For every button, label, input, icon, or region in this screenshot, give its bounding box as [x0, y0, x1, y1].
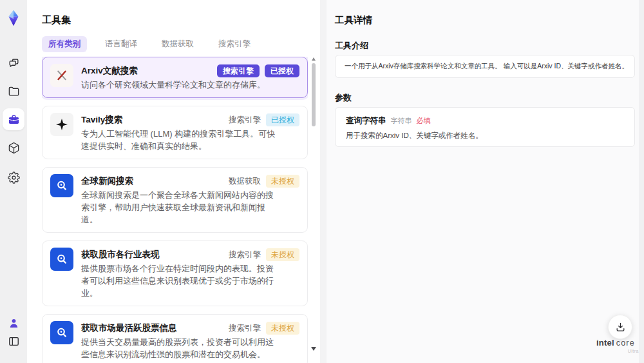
sidebar-item-packages[interactable] — [3, 137, 24, 159]
download-button[interactable] — [608, 315, 632, 339]
briefcase-icon — [8, 113, 20, 126]
parameter-required-label: 必填 — [417, 116, 431, 126]
auth-status-badge: 已授权 — [266, 113, 299, 126]
app-logo-icon — [5, 9, 23, 28]
list-scrollbar-thumb[interactable] — [312, 63, 316, 126]
tool-category-tag: 搜索引擎 — [217, 64, 260, 77]
tab-category-0[interactable]: 所有类别 — [42, 36, 87, 52]
window-scrollbar — [639, 0, 644, 363]
tool-category-tag: 搜索引擎 — [229, 323, 261, 334]
sidebar-item-files[interactable] — [3, 80, 24, 102]
tool-detail-panel: 工具详情 工具介绍 一个用于从Arxiv存储库搜索科学论文和文章的工具。 输入可… — [327, 0, 644, 363]
parameter-type: 字符串 — [391, 116, 412, 126]
scroll-down-arrow[interactable] — [311, 347, 316, 351]
download-icon — [615, 322, 626, 333]
parameter-box: 查询字符串 字符串 必填 用于搜索的Arxiv ID、关键字或作者姓名。 — [335, 107, 635, 147]
tool-icon — [50, 321, 73, 344]
tab-category-2[interactable]: 数据获取 — [155, 36, 200, 52]
intro-box: 一个用于从Arxiv存储库搜索科学论文和文章的工具。 输入可以是Arxiv ID… — [335, 55, 635, 78]
tool-card[interactable]: Tavily搜索 专为人工智能代理 (LLM) 构建的搜索引擎工具。可快速提供实… — [42, 106, 308, 159]
folder-icon — [8, 85, 20, 97]
intro-heading: 工具介绍 — [335, 40, 368, 52]
tool-tags: 搜索引擎 已授权 — [217, 64, 299, 77]
auth-status-badge: 未授权 — [266, 322, 299, 335]
tab-category-3[interactable]: 搜索引擎 — [212, 36, 257, 52]
tavily-star-icon — [54, 117, 70, 132]
sidebar-item-settings[interactable] — [3, 166, 24, 188]
tool-category-tag: 数据获取 — [229, 176, 261, 187]
category-tabs: 所有类别语言翻译数据获取搜索引擎 — [42, 36, 257, 52]
tool-icon — [50, 248, 73, 271]
tools-panel-title: 工具集 — [42, 14, 71, 26]
tool-category-tag: 搜索引擎 — [229, 115, 261, 126]
tool-tags: 搜索引擎 未授权 — [229, 322, 299, 335]
tools-panel: 工具集 所有类别语言翻译数据获取搜索引擎 Arxiv文献搜索 访问各个研究领域大… — [27, 0, 320, 363]
tool-tags: 搜索引擎 已授权 — [229, 113, 299, 126]
user-icon — [8, 317, 20, 329]
tool-tags: 搜索引擎 未授权 — [229, 248, 299, 261]
tool-card[interactable]: 获取市场最活跃股票信息 提供当天交易量最高的股票列表，投资者可以利用这些信息来识… — [42, 314, 308, 363]
detail-panel-title: 工具详情 — [335, 14, 372, 26]
search-q-icon — [54, 325, 70, 340]
search-q-icon — [54, 251, 70, 267]
tool-tags: 数据获取 未授权 — [229, 175, 299, 188]
tool-icon — [50, 174, 73, 197]
sidebar — [0, 0, 27, 363]
tool-description: 访问各个研究领域大量科学论文和文章的存储库。 — [81, 79, 265, 91]
panel-toggle-button[interactable] — [3, 330, 24, 352]
intro-text: 一个用于从Arxiv存储库搜索科学论文和文章的工具。 输入可以是Arxiv ID… — [345, 62, 625, 71]
auth-status-badge: 未授权 — [266, 248, 299, 261]
cube-icon — [8, 142, 20, 154]
intel-core-logo: intelcore Ultra — [596, 337, 639, 353]
chat-icon — [8, 57, 20, 69]
tool-description: 提供当天交易量最高的股票列表，投资者可以利用这些信息来识别流动性强的股票和潜在的… — [81, 336, 276, 360]
params-heading: 参数 — [335, 92, 352, 104]
tool-description: 全球新闻搜索是一个聚合全球各大新闻网站内容的搜索引擎，帮助用户快速获取全球最新资… — [81, 189, 276, 226]
tool-icon — [50, 113, 73, 136]
parameter-description: 用于搜索的Arxiv ID、关键字或作者姓名。 — [346, 131, 624, 141]
tool-list: Arxiv文献搜索 访问各个研究领域大量科学论文和文章的存储库。 搜索引擎 已授… — [42, 57, 308, 363]
sidebar-item-chat[interactable] — [3, 52, 24, 74]
tool-card[interactable]: Arxiv文献搜索 访问各个研究领域大量科学论文和文章的存储库。 搜索引擎 已授… — [42, 57, 308, 98]
scroll-up-arrow[interactable] — [312, 57, 316, 61]
search-q-icon — [54, 178, 70, 193]
arxiv-logo-icon — [54, 68, 70, 83]
tab-category-1[interactable]: 语言翻译 — [99, 36, 144, 52]
intel-brand-text: intel — [596, 338, 614, 348]
tool-description: 提供股票市场各个行业在特定时间段内的表现。投资者可以利用这些信息来识别表现优于或… — [81, 262, 276, 299]
gear-icon — [8, 172, 20, 184]
brand-variant-text: Ultra — [596, 349, 639, 353]
parameter-name: 查询字符串 — [346, 115, 386, 126]
tool-card[interactable]: 获取股市各行业表现 提供股票市场各个行业在特定时间段内的表现。投资者可以利用这些… — [42, 240, 308, 306]
tool-category-tag: 搜索引擎 — [229, 250, 261, 260]
auth-status-badge: 已授权 — [265, 64, 299, 77]
sidebar-item-tools[interactable] — [3, 108, 24, 130]
auth-status-badge: 未授权 — [266, 175, 299, 188]
tool-icon — [50, 64, 73, 87]
panel-toggle-icon — [8, 335, 20, 348]
core-brand-text: core — [616, 338, 635, 348]
tool-card[interactable]: 全球新闻搜索 全球新闻搜索是一个聚合全球各大新闻网站内容的搜索引擎，帮助用户快速… — [42, 167, 308, 233]
tool-description: 专为人工智能代理 (LLM) 构建的搜索引擎工具。可快速提供实时、准确和真实的结… — [81, 128, 276, 152]
